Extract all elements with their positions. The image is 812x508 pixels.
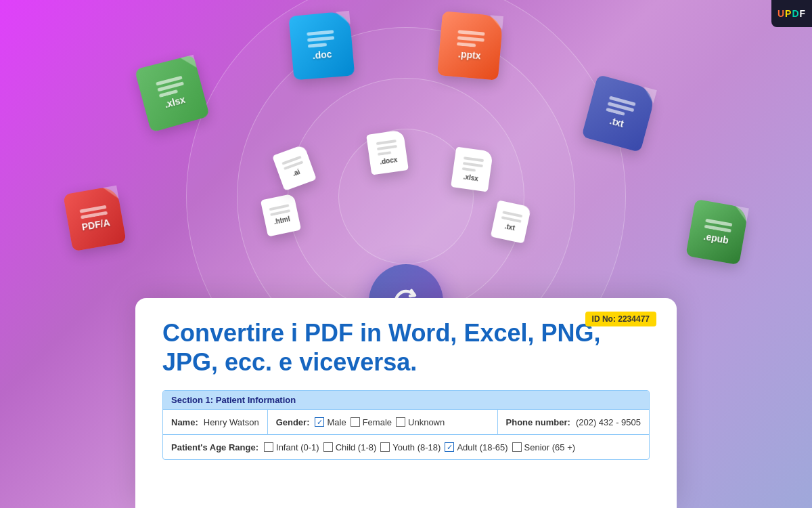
age-infant-checkbox[interactable] — [264, 442, 273, 452]
pdfa-file-box: PDF/A — [63, 186, 127, 252]
updf-logo: UPDF — [771, 0, 812, 27]
age-senior-option: Senior (65 +) — [512, 442, 576, 452]
phone-cell: Phone number: (202) 432 - 9505 — [498, 413, 649, 431]
id-badge: ID No: 2234477 — [585, 312, 656, 326]
content-card: ID No: 2234477 Convertire i PDF in Word,… — [135, 298, 677, 508]
epub-file-box: .epub — [685, 199, 749, 266]
main-heading: Convertire i PDF in Word, Excel, PNG, JP… — [162, 318, 623, 377]
age-range-cell: Patient's Age Range: Infant (0-1) Child … — [163, 438, 583, 457]
name-label: Name: — [171, 417, 198, 427]
gender-cell: Gender: ✓ Male Female Unknown — [268, 413, 453, 431]
docx-small-file-box: .docx — [366, 129, 409, 175]
age-youth-checkbox[interactable] — [380, 442, 390, 452]
age-adult-label: Adult (18-65) — [457, 442, 508, 452]
form-section-header: Section 1: Patient Information — [163, 391, 649, 410]
patient-form: Section 1: Patient Information Name: Hen… — [162, 390, 650, 460]
gender-female-checkbox[interactable] — [351, 417, 360, 427]
age-adult-option: ✓ Adult (18-65) — [445, 442, 508, 452]
phone-value: (202) 432 - 9505 — [576, 417, 641, 427]
xlsx-small-file-box: .xlsx — [451, 146, 493, 192]
name-cell: Name: Henry Watson — [163, 413, 267, 431]
age-infant-label: Infant (0-1) — [276, 442, 319, 452]
age-child-option: Child (1-8) — [323, 442, 377, 452]
age-range-label: Patient's Age Range: — [171, 442, 258, 452]
gender-male-checkbox[interactable]: ✓ — [315, 417, 324, 427]
age-senior-checkbox[interactable] — [512, 442, 522, 452]
gender-female-option: Female — [351, 417, 392, 427]
pptx-file-box: .pptx — [437, 11, 503, 80]
age-infant-option: Infant (0-1) — [264, 442, 319, 452]
age-child-checkbox[interactable] — [323, 442, 333, 452]
phone-label: Phone number: — [506, 417, 570, 427]
age-child-label: Child (1-8) — [336, 442, 377, 452]
gender-unknown-label: Unknown — [408, 417, 445, 427]
gender-female-label: Female — [363, 417, 392, 427]
gender-male-label: Male — [327, 417, 346, 427]
form-row-name-gender-phone: Name: Henry Watson Gender: ✓ Male Female — [163, 410, 649, 435]
gender-unknown-option: Unknown — [396, 417, 445, 427]
age-youth-option: Youth (8-18) — [380, 442, 441, 452]
age-adult-checkbox[interactable]: ✓ — [445, 442, 454, 452]
form-row-age: Patient's Age Range: Infant (0-1) Child … — [163, 435, 649, 459]
name-value: Henry Watson — [204, 417, 259, 427]
doc-file-box: .doc — [288, 11, 355, 80]
gender-checkbox-group: ✓ Male Female Unknown — [315, 417, 445, 427]
gender-male-option: ✓ Male — [315, 417, 346, 427]
gender-label: Gender: — [276, 417, 310, 427]
age-checkbox-group: Infant (0-1) Child (1-8) Youth (8-18) ✓ … — [264, 442, 575, 452]
age-senior-label: Senior (65 +) — [524, 442, 576, 452]
age-youth-label: Youth (8-18) — [392, 442, 441, 452]
gender-unknown-checkbox[interactable] — [396, 417, 405, 427]
